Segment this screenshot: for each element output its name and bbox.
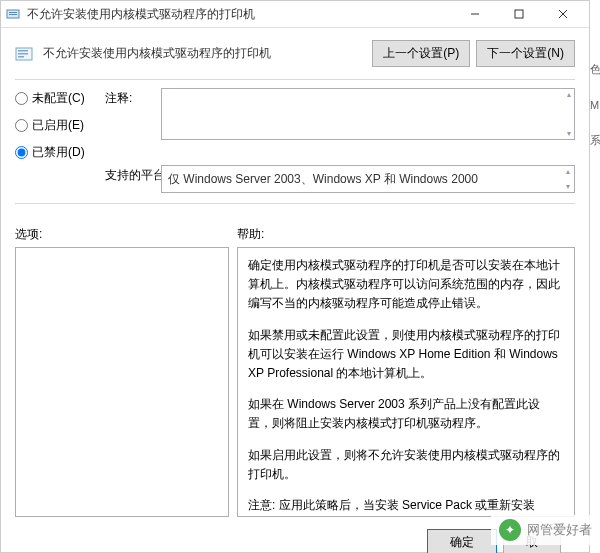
help-paragraph: 如果在 Windows Server 2003 系列产品上没有配置此设置，则将阻… — [248, 395, 564, 433]
help-label: 帮助: — [237, 226, 575, 243]
radio-disabled[interactable]: 已禁用(D) — [15, 144, 99, 161]
divider — [15, 79, 575, 80]
radio-disabled-label: 已禁用(D) — [32, 144, 85, 161]
help-paragraph: 注意: 应用此策略后，当安装 Service Pack 或重新安装 Window… — [248, 496, 564, 517]
options-label: 选项: — [15, 226, 237, 243]
scroll-up-icon: ▴ — [566, 167, 570, 176]
help-box[interactable]: 确定使用内核模式驱动程序的打印机是否可以安装在本地计算机上。内核模式驱动程序可以… — [237, 247, 575, 517]
radio-enabled-input[interactable] — [15, 119, 28, 132]
svg-rect-10 — [18, 56, 24, 58]
policy-icon — [5, 6, 21, 22]
radio-not-configured[interactable]: 未配置(C) — [15, 90, 99, 107]
scrollbar-stub: ▴ ▾ — [562, 166, 574, 192]
edge-hint: 色 — [590, 62, 600, 77]
scrollbar-stub: ▴ ▾ — [563, 89, 575, 139]
help-paragraph: 如果启用此设置，则将不允许安装使用内核模式驱动程序的打印机。 — [248, 446, 564, 484]
state-radios: 未配置(C) 已启用(E) 已禁用(D) — [15, 88, 99, 161]
supported-platform-box: 仅 Windows Server 2003、Windows XP 和 Windo… — [161, 165, 575, 193]
svg-rect-9 — [18, 53, 28, 55]
policy-title: 不允许安装使用内核模式驱动程序的打印机 — [43, 45, 366, 62]
edge-hint: 系 — [590, 133, 600, 148]
scroll-down-icon: ▾ — [567, 129, 571, 138]
policy-header-icon — [15, 45, 35, 63]
watermark-text: 网管爱好者 — [527, 521, 592, 539]
previous-setting-button[interactable]: 上一个设置(P) — [372, 40, 470, 67]
radio-not-configured-label: 未配置(C) — [32, 90, 85, 107]
lower-row: 确定使用内核模式驱动程序的打印机是否可以安装在本地计算机上。内核模式驱动程序可以… — [15, 247, 575, 517]
options-box — [15, 247, 229, 517]
help-paragraph: 确定使用内核模式驱动程序的打印机是否可以安装在本地计算机上。内核模式驱动程序可以… — [248, 256, 564, 314]
help-paragraph: 如果禁用或未配置此设置，则使用内核模式驱动程序的打印机可以安装在运行 Windo… — [248, 326, 564, 384]
divider — [15, 203, 575, 204]
columns-header: 选项: 帮助: — [15, 226, 575, 243]
dialog-window: 不允许安装使用内核模式驱动程序的打印机 不允许安装使用内核模式驱动程序的打印机 … — [0, 0, 590, 553]
scroll-up-icon: ▴ — [567, 90, 571, 99]
svg-rect-2 — [9, 14, 17, 15]
titlebar: 不允许安装使用内核模式驱动程序的打印机 — [1, 1, 589, 28]
window-title: 不允许安装使用内核模式驱动程序的打印机 — [27, 6, 453, 23]
next-setting-button[interactable]: 下一个设置(N) — [476, 40, 575, 67]
wechat-icon: ✦ — [499, 519, 521, 541]
edge-hints: 色 M 系 — [590, 62, 600, 170]
ok-button[interactable]: 确定 — [427, 529, 497, 553]
svg-rect-1 — [9, 12, 17, 13]
minimize-button[interactable] — [453, 1, 497, 27]
scroll-down-icon: ▾ — [566, 182, 570, 191]
config-grid: 未配置(C) 已启用(E) 已禁用(D) 注释: ▴ ▾ — [15, 88, 575, 193]
radio-enabled-label: 已启用(E) — [32, 117, 84, 134]
close-button[interactable] — [541, 1, 585, 27]
radio-disabled-input[interactable] — [15, 146, 28, 159]
dialog-content: 不允许安装使用内核模式驱动程序的打印机 上一个设置(P) 下一个设置(N) 未配… — [1, 28, 589, 553]
radio-not-configured-input[interactable] — [15, 92, 28, 105]
edge-hint: M — [590, 99, 600, 111]
radio-enabled[interactable]: 已启用(E) — [15, 117, 99, 134]
platform-label: 支持的平台: — [105, 165, 155, 184]
svg-rect-8 — [18, 50, 28, 52]
maximize-button[interactable] — [497, 1, 541, 27]
supported-platform-text: 仅 Windows Server 2003、Windows XP 和 Windo… — [168, 171, 478, 188]
svg-rect-4 — [515, 10, 523, 18]
watermark: ✦ 网管爱好者 — [491, 515, 600, 545]
header-row: 不允许安装使用内核模式驱动程序的打印机 上一个设置(P) 下一个设置(N) — [15, 36, 575, 77]
comment-label: 注释: — [105, 88, 155, 107]
window-controls — [453, 1, 585, 27]
comment-input[interactable] — [161, 88, 575, 140]
